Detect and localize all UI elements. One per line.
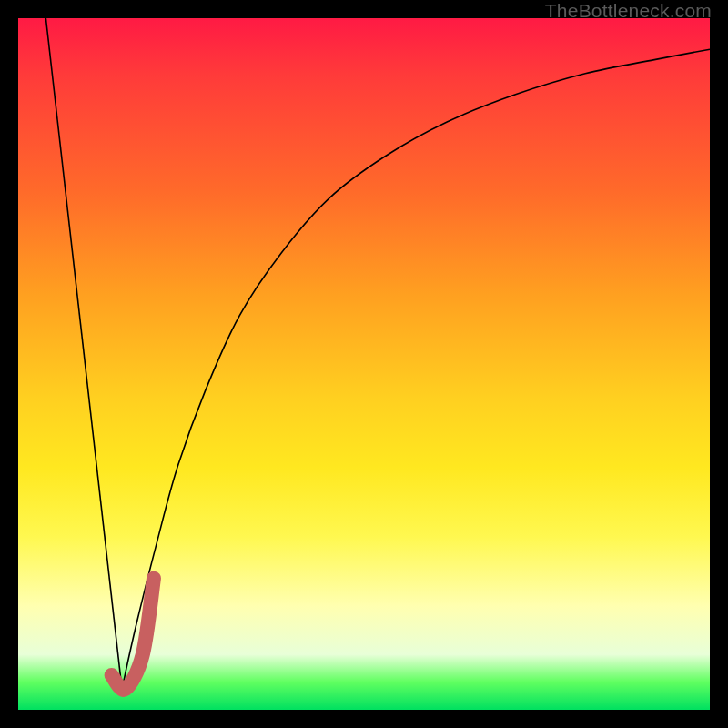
bottleneck-curve-left (46, 18, 122, 689)
indicator-j-mark (112, 579, 154, 690)
chart-canvas (18, 18, 710, 710)
watermark-text: TheBottleneck.com (545, 0, 712, 22)
bottleneck-curve-right (122, 49, 710, 689)
chart-frame: TheBottleneck.com (0, 0, 728, 728)
